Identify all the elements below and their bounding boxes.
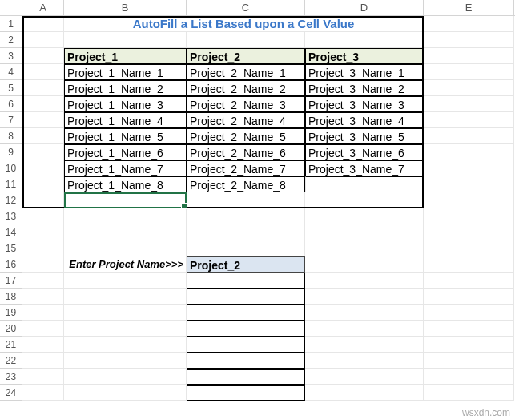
col-header-B[interactable]: B: [64, 0, 187, 15]
cell-B11[interactable]: Project_1_Name_8: [64, 176, 187, 192]
row-header-14[interactable]: 14: [0, 224, 22, 240]
cell-B17[interactable]: [64, 273, 187, 289]
cell-A21[interactable]: [22, 337, 64, 353]
row-header-8[interactable]: 8: [0, 128, 22, 144]
cell-C24[interactable]: [187, 385, 305, 401]
cell-C21[interactable]: [187, 337, 305, 353]
row-header-7[interactable]: 7: [0, 112, 22, 128]
cell-D12[interactable]: [305, 192, 424, 208]
cell-E21[interactable]: [424, 337, 514, 353]
cell-D21[interactable]: [305, 337, 424, 353]
cell-D17[interactable]: [305, 273, 424, 289]
cell-B19[interactable]: [64, 305, 187, 321]
cell-E18[interactable]: [424, 289, 514, 305]
row-header-10[interactable]: 10: [0, 160, 22, 176]
cell-E7[interactable]: [424, 112, 514, 128]
cell-B18[interactable]: [64, 289, 187, 305]
cell-E9[interactable]: [424, 144, 514, 160]
cell-D6[interactable]: Project_3_Name_3: [305, 96, 424, 112]
cell-D4[interactable]: Project_3_Name_1: [305, 64, 424, 80]
cell-B13[interactable]: [64, 208, 187, 224]
row-header-13[interactable]: 13: [0, 208, 22, 224]
cell-C7[interactable]: Project_2_Name_4: [187, 112, 305, 128]
cell-B12[interactable]: [64, 192, 187, 208]
cell-D2[interactable]: [305, 32, 424, 48]
cell-E1[interactable]: [424, 16, 514, 32]
cell-E11[interactable]: [424, 176, 514, 192]
cell-B10[interactable]: Project_1_Name_7: [64, 160, 187, 176]
cell-B15[interactable]: [64, 240, 187, 256]
cell-B7[interactable]: Project_1_Name_4: [64, 112, 187, 128]
cell-E24[interactable]: [424, 385, 514, 401]
project-name-input[interactable]: Project_2: [187, 256, 305, 273]
col-header-E[interactable]: E: [424, 0, 514, 15]
row-header-23[interactable]: 23: [0, 369, 22, 385]
row-header-24[interactable]: 24: [0, 385, 22, 401]
cell-A8[interactable]: [22, 128, 64, 144]
cell-A22[interactable]: [22, 353, 64, 369]
cell-A24[interactable]: [22, 385, 64, 401]
cell-D3[interactable]: Project_3: [305, 48, 424, 64]
cell-C2[interactable]: [187, 32, 305, 48]
cell-E12[interactable]: [424, 192, 514, 208]
cell-B3[interactable]: Project_1: [64, 48, 187, 64]
row-header-5[interactable]: 5: [0, 80, 22, 96]
cell-B4[interactable]: Project_1_Name_1: [64, 64, 187, 80]
cell-A6[interactable]: [22, 96, 64, 112]
row-header-11[interactable]: 11: [0, 176, 22, 192]
cell-E19[interactable]: [424, 305, 514, 321]
cell-C15[interactable]: [187, 240, 305, 256]
cell-A4[interactable]: [22, 64, 64, 80]
cell-B9[interactable]: Project_1_Name_6: [64, 144, 187, 160]
cell-A9[interactable]: [22, 144, 64, 160]
cell-A15[interactable]: [22, 240, 64, 256]
cell-C22[interactable]: [187, 353, 305, 369]
prompt-label[interactable]: Enter Project Name>>>: [64, 256, 187, 273]
row-header-22[interactable]: 22: [0, 353, 22, 369]
row-header-4[interactable]: 4: [0, 64, 22, 80]
cell-D23[interactable]: [305, 369, 424, 385]
col-header-D[interactable]: D: [305, 0, 424, 15]
cell-E2[interactable]: [424, 32, 514, 48]
row-header-21[interactable]: 21: [0, 337, 22, 353]
cell-B14[interactable]: [64, 224, 187, 240]
row-header-15[interactable]: 15: [0, 240, 22, 256]
cell-D10[interactable]: Project_3_Name_7: [305, 160, 424, 176]
title-cell[interactable]: AutoFill a List Based upon a Cell Value: [64, 16, 424, 32]
cell-B21[interactable]: [64, 337, 187, 353]
select-all-corner[interactable]: [0, 0, 22, 15]
cell-C19[interactable]: [187, 305, 305, 321]
cell-A5[interactable]: [22, 80, 64, 96]
cell-D20[interactable]: [305, 321, 424, 337]
cell-A20[interactable]: [22, 321, 64, 337]
cell-A13[interactable]: [22, 208, 64, 224]
cell-A12[interactable]: [22, 192, 64, 208]
cell-B24[interactable]: [64, 385, 187, 401]
cell-E13[interactable]: [424, 208, 514, 224]
row-header-17[interactable]: 17: [0, 273, 22, 289]
cell-A23[interactable]: [22, 369, 64, 385]
cell-C14[interactable]: [187, 224, 305, 240]
cell-B2[interactable]: [64, 32, 187, 48]
cell-C23[interactable]: [187, 369, 305, 385]
cell-C9[interactable]: Project_2_Name_6: [187, 144, 305, 160]
cell-D13[interactable]: [305, 208, 424, 224]
cell-A2[interactable]: [22, 32, 64, 48]
cell-E20[interactable]: [424, 321, 514, 337]
cell-B22[interactable]: [64, 353, 187, 369]
cell-C11[interactable]: Project_2_Name_8: [187, 176, 305, 192]
cell-E14[interactable]: [424, 224, 514, 240]
cell-C17[interactable]: [187, 273, 305, 289]
cell-C6[interactable]: Project_2_Name_3: [187, 96, 305, 112]
cell-D15[interactable]: [305, 240, 424, 256]
cell-D8[interactable]: Project_3_Name_5: [305, 128, 424, 144]
cell-E23[interactable]: [424, 369, 514, 385]
cell-C13[interactable]: [187, 208, 305, 224]
cell-B20[interactable]: [64, 321, 187, 337]
cell-E15[interactable]: [424, 240, 514, 256]
cell-E5[interactable]: [424, 80, 514, 96]
cell-A18[interactable]: [22, 289, 64, 305]
cell-C5[interactable]: Project_2_Name_2: [187, 80, 305, 96]
cell-B6[interactable]: Project_1_Name_3: [64, 96, 187, 112]
row-header-18[interactable]: 18: [0, 289, 22, 305]
